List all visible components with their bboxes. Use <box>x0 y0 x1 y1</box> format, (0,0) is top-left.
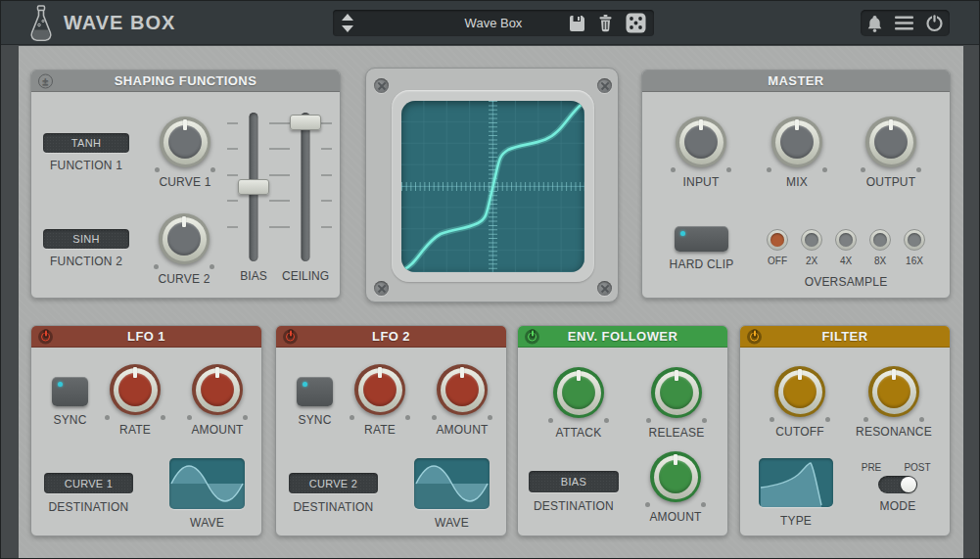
lfo2-panel: LFO 2 SYNC RATE <box>275 325 507 536</box>
lfo1-sync-button[interactable] <box>52 377 88 406</box>
knob-max-dot <box>210 264 214 269</box>
lfo2-sync-button[interactable] <box>297 377 333 406</box>
toggle-knob[interactable] <box>901 477 916 492</box>
env-release-knob[interactable]: RELEASE <box>637 367 716 440</box>
knob-max-dot <box>405 415 410 420</box>
sine-wave-icon <box>414 458 490 509</box>
knob-indicator <box>795 119 799 130</box>
env-destination-value: BIAS <box>561 476 586 488</box>
randomize-preset-button[interactable] <box>626 13 646 33</box>
function1-selector-button[interactable]: TANH <box>43 133 129 153</box>
knob-indicator <box>215 367 219 378</box>
lfo2-rate-label: RATE <box>341 423 419 437</box>
bias-slider-handle[interactable] <box>238 179 269 195</box>
curve2-knob[interactable]: CURVE 2 <box>145 213 223 286</box>
oversample-8x-label: 8X <box>863 256 897 266</box>
env-power-button[interactable] <box>525 329 539 344</box>
oversample-8x-radio[interactable] <box>869 229 891 251</box>
oversample-16x-radio[interactable] <box>904 229 925 251</box>
knob-indicator <box>183 119 187 130</box>
ceiling-slider-track[interactable] <box>302 113 310 261</box>
knob-indicator <box>798 369 802 380</box>
plugin-window: WAVE BOX Wave Box <box>0 0 980 559</box>
lfo2-wave-label: WAVE <box>414 516 490 530</box>
master-panel-title: MASTER <box>768 73 823 88</box>
filter-type-display[interactable] <box>759 458 833 507</box>
knob-max-dot <box>604 418 609 423</box>
filter-cutoff-knob[interactable]: CUTOFF <box>761 366 839 439</box>
output-knob[interactable]: OUTPUT <box>852 116 930 189</box>
curve1-knob[interactable]: CURVE 1 <box>146 116 224 189</box>
hard-clip-label: HARD CLIP <box>642 257 761 271</box>
filter-mode-toggle[interactable] <box>878 476 917 493</box>
knob-min-dot <box>548 418 553 423</box>
knob-min-dot <box>350 415 354 420</box>
filter-resonance-knob[interactable]: RESONANCE <box>855 366 933 439</box>
function2-selector-button[interactable]: SINH <box>43 229 129 249</box>
oversample-off-radio[interactable] <box>767 229 788 251</box>
lfo1-rate-knob[interactable]: RATE <box>96 364 174 437</box>
filter-power-button[interactable] <box>747 329 762 344</box>
lfo2-amount-knob[interactable]: AMOUNT <box>423 364 501 437</box>
system-buttons <box>861 10 950 36</box>
slider-ticks <box>279 122 290 252</box>
oversample-2x-radio[interactable] <box>801 229 822 251</box>
lfo1-amount-knob[interactable]: AMOUNT <box>178 364 257 437</box>
lfo2-amount-label: AMOUNT <box>423 423 501 437</box>
curve1-knob-label: CURVE 1 <box>146 175 224 189</box>
lfo1-panel-header: LFO 1 <box>31 326 261 348</box>
plus-minus-icon <box>38 73 53 88</box>
lfo2-destination-value: CURVE 2 <box>309 478 358 489</box>
lfo2-rate-knob[interactable]: RATE <box>341 364 419 437</box>
lfo1-panel: LFO 1 SYNC RATE <box>30 325 262 536</box>
env-panel-header: ENV. FOLLOWER <box>518 326 727 348</box>
lfo2-wave-display[interactable] <box>414 458 490 509</box>
save-preset-button[interactable] <box>569 15 585 32</box>
lfo2-panel-title: LFO 2 <box>372 329 410 344</box>
knob-min-dot <box>105 415 110 420</box>
knob-min-dot <box>770 417 774 422</box>
hard-clip-button[interactable] <box>675 226 728 252</box>
filter-mode-label: MODE <box>868 499 927 513</box>
lfo1-destination-button[interactable]: CURVE 1 <box>44 473 133 493</box>
lfo1-destination-value: CURVE 1 <box>65 478 114 489</box>
ceiling-label: CEILING <box>278 269 333 283</box>
filter-resonance-label: RESONANCE <box>855 425 933 439</box>
lfo1-rate-label: RATE <box>96 423 174 437</box>
knob-indicator <box>674 454 677 465</box>
env-release-label: RELEASE <box>637 426 716 440</box>
main-content: SHAPING FUNCTIONS TANH FUNCTION 1 CURVE … <box>19 46 963 558</box>
ceiling-slider[interactable]: CEILING <box>278 113 333 283</box>
knob-min-dot <box>645 502 650 507</box>
output-knob-label: OUTPUT <box>852 175 930 189</box>
bias-slider[interactable]: BIAS <box>226 113 281 283</box>
lowpass-curve-icon <box>759 458 833 507</box>
notifications-button[interactable] <box>866 15 883 32</box>
delete-preset-button[interactable] <box>598 15 613 32</box>
bias-label: BIAS <box>226 269 281 283</box>
curve1-knob-dial[interactable] <box>160 116 210 167</box>
lfo2-destination-button[interactable]: CURVE 2 <box>289 473 378 493</box>
env-attack-knob[interactable]: ATTACK <box>539 367 618 440</box>
curve2-knob-dial[interactable] <box>159 213 210 264</box>
knob-indicator <box>892 369 896 380</box>
lfo1-sync-label: SYNC <box>40 413 100 427</box>
env-destination-button[interactable]: BIAS <box>529 471 619 492</box>
knob-min-dot <box>646 418 651 423</box>
menu-button[interactable] <box>895 16 913 30</box>
env-amount-knob[interactable]: AMOUNT <box>636 451 715 524</box>
ceiling-slider-handle[interactable] <box>290 115 321 130</box>
lfo1-wave-display[interactable] <box>169 458 245 509</box>
knob-min-dot <box>154 264 159 269</box>
lfo2-power-button[interactable] <box>283 329 298 344</box>
power-icon <box>925 14 944 32</box>
filter-panel-title: FILTER <box>822 329 868 344</box>
lfo1-power-button[interactable] <box>38 329 53 344</box>
knob-max-dot <box>488 415 492 420</box>
screw-icon <box>597 281 612 296</box>
power-button[interactable] <box>925 14 944 32</box>
mix-knob[interactable]: MIX <box>758 116 836 189</box>
oversample-4x-radio[interactable] <box>835 229 857 251</box>
shaping-panel-title: SHAPING FUNCTIONS <box>115 73 257 88</box>
input-knob[interactable]: INPUT <box>662 116 740 189</box>
